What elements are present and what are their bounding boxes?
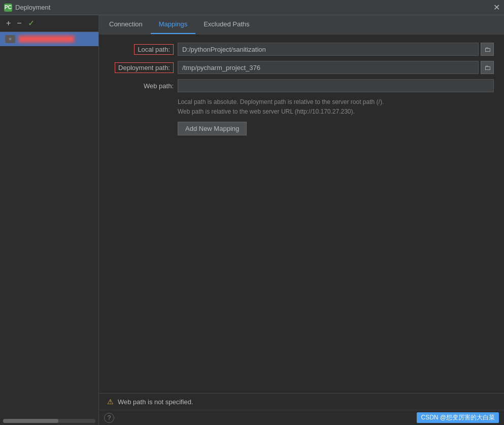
form-area: Local path: 🗀 Deployment path: 🗀 — [99, 34, 504, 393]
warning-bar: ⚠ Web path is not specified. — [99, 393, 504, 410]
deployment-path-browse-button[interactable]: 🗀 — [481, 61, 494, 74]
confirm-button[interactable]: ✓ — [26, 18, 37, 28]
sidebar-scrollbar-thumb — [3, 419, 58, 423]
web-path-input-wrap — [178, 79, 494, 92]
local-path-label-wrap: Local path: — [109, 46, 178, 53]
app-icon: PC — [4, 4, 12, 12]
web-path-input[interactable] — [178, 79, 494, 92]
deployment-path-row: Deployment path: 🗀 — [109, 61, 494, 74]
content-area: Connection Mappings Excluded Paths Local… — [99, 15, 504, 425]
hint-line-2: Web path is relative to the web server U… — [178, 107, 494, 117]
title-bar-left: PC Deployment — [4, 4, 50, 12]
deployment-path-input-wrap: 🗀 — [178, 61, 494, 74]
server-label — [18, 36, 74, 43]
sidebar: + − ✓ ≡ — [0, 15, 99, 425]
add-server-button[interactable]: + — [4, 18, 13, 28]
tab-bar: Connection Mappings Excluded Paths — [99, 15, 504, 34]
web-path-row: Web path: — [109, 79, 494, 92]
deployment-path-label-wrap: Deployment path: — [109, 64, 178, 72]
add-new-mapping-button[interactable]: Add New Mapping — [178, 122, 247, 135]
close-button[interactable]: ✕ — [493, 4, 500, 12]
local-path-label: Local path: — [134, 44, 174, 55]
local-path-row: Local path: 🗀 — [109, 43, 494, 56]
tab-connection[interactable]: Connection — [101, 15, 151, 34]
local-path-browse-button[interactable]: 🗀 — [481, 43, 494, 56]
help-button[interactable]: ? — [104, 413, 114, 423]
deployment-path-input[interactable] — [178, 61, 479, 74]
hint-text: Local path is absolute. Deployment path … — [178, 97, 494, 117]
title-bar: PC Deployment ✕ — [0, 0, 504, 15]
sidebar-item-server[interactable]: ≡ — [0, 32, 98, 46]
deployment-path-label: Deployment path: — [115, 62, 174, 73]
main-layout: + − ✓ ≡ Connection Mappings Excluded Pat… — [0, 15, 504, 425]
warning-icon: ⚠ — [107, 398, 114, 406]
remove-server-button[interactable]: − — [15, 18, 23, 28]
tab-excluded-paths[interactable]: Excluded Paths — [195, 15, 257, 34]
watermark: CSDN @想变厉害的大白菜 — [417, 412, 499, 423]
sidebar-scrollbar[interactable] — [3, 419, 95, 423]
title-bar-title: Deployment — [15, 4, 50, 11]
sidebar-content: ≡ — [0, 32, 98, 417]
hint-line-1: Local path is absolute. Deployment path … — [178, 97, 494, 107]
local-path-input[interactable] — [178, 43, 479, 56]
sidebar-toolbar: + − ✓ — [0, 15, 98, 32]
local-path-input-wrap: 🗀 — [178, 43, 494, 56]
bottom-footer: ? CSDN @想变厉害的大白菜 — [99, 410, 504, 425]
web-path-label: Web path: — [109, 82, 178, 90]
tab-mappings[interactable]: Mappings — [151, 15, 195, 34]
warning-text: Web path is not specified. — [118, 398, 193, 406]
server-icon: ≡ — [5, 35, 15, 43]
